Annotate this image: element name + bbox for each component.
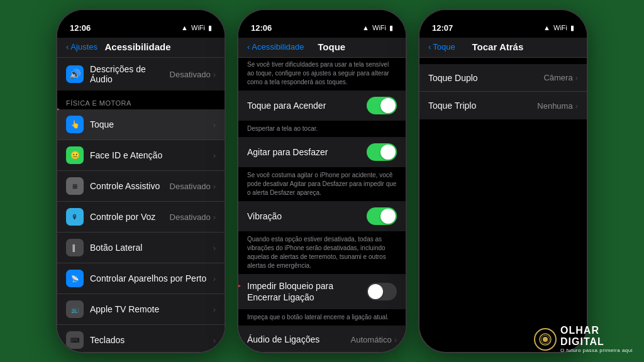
- nav-header-1: ‹ Ajustes Acessibilidade: [57, 38, 225, 58]
- nav-title-1: Acessibilidade: [104, 41, 170, 52]
- agitar-label: Agitar para Desfazer: [247, 147, 367, 157]
- list-item-toque[interactable]: 👆 Toque ›: [57, 109, 225, 140]
- botao-lateral-icon: ▌: [66, 239, 84, 256]
- list-item-faceid[interactable]: 😐 Face ID e Atenção ›: [57, 140, 225, 171]
- botao-lateral-label: Botão Lateral: [90, 243, 213, 253]
- phone-screen-2: 12:06 ▲ WiFi ▮ ‹ Acessibilidade Toque Se…: [238, 10, 406, 352]
- audio-desc-value: Desativado: [170, 70, 211, 79]
- list-group-toque-acender: Toque para Acender: [238, 90, 406, 121]
- vibracao-toggle[interactable]: [367, 207, 397, 225]
- scroll-content-1: 🔊 Descrições de Áudio Desativado › FÍSIC…: [57, 58, 225, 352]
- desc-toque-acender: Despertar a tela ao tocar.: [238, 122, 406, 137]
- nav-back-1[interactable]: ‹ Ajustes: [66, 42, 97, 52]
- apple-tv-icon: 📺: [66, 300, 84, 318]
- list-item-impedir[interactable]: Impedir Bloqueio paraEncerrar Ligação: [238, 274, 406, 309]
- botao-lateral-chevron: ›: [213, 243, 216, 253]
- list-group-audio-desc: 🔊 Descrições de Áudio Desativado ›: [57, 58, 225, 90]
- list-item-agitar[interactable]: Agitar para Desfazer: [238, 137, 406, 167]
- list-item-controle-voz[interactable]: 🎙 Controle por Voz Desativado ›: [57, 202, 225, 233]
- status-time-1: 12:06: [70, 23, 91, 33]
- list-item-audio-ligacoes[interactable]: Áudio de Ligações Automático ›: [238, 326, 406, 352]
- toque-label: Toque: [90, 119, 213, 129]
- phone-screen-3: 12:07 ▲ WiFi ▮ ‹ Toque Tocar Atrás To: [419, 10, 587, 352]
- battery-icon-3: ▮: [570, 24, 574, 32]
- vibracao-label: Vibração: [247, 211, 367, 221]
- controlar-aparelhos-chevron: ›: [213, 274, 216, 283]
- nav-header-2: ‹ Acessibilidade Toque: [238, 38, 406, 58]
- audio-ligacoes-label: Áudio de Ligações: [247, 334, 351, 344]
- controlar-aparelhos-icon: 📡: [66, 270, 84, 287]
- audio-ligacoes-chevron: ›: [394, 335, 397, 344]
- list-item-audio-desc[interactable]: 🔊 Descrições de Áudio Desativado ›: [57, 58, 225, 90]
- toque-duplo-value: Câmera: [543, 73, 572, 82]
- battery-icon-2: ▮: [389, 24, 393, 32]
- apple-tv-chevron: ›: [213, 305, 216, 314]
- list-item-botao-lateral[interactable]: ▌ Botão Lateral ›: [57, 233, 225, 263]
- list-item-controle-assistivo[interactable]: ⊞ Controle Assistivo Desativado ›: [57, 171, 225, 202]
- phone-screen-1: 12:06 ▲ WiFi ▮ ‹ Ajustes Acessibilidade: [57, 10, 225, 352]
- toque-duplo-label: Toque Duplo: [428, 73, 543, 83]
- nav-back-2[interactable]: ‹ Acessibilidade: [247, 42, 304, 52]
- controle-assistivo-value: Desativado: [170, 182, 211, 191]
- phone-frame-3: 12:07 ▲ WiFi ▮ ‹ Toque Tocar Atrás To: [418, 9, 588, 353]
- apple-tv-label: Apple TV Remote: [90, 304, 213, 314]
- list-group-fisica: 👆 Toque › 😐 Face ID e Atenção ›: [57, 109, 225, 352]
- location-icon-3: ▲: [543, 24, 550, 31]
- list-item-vibracao[interactable]: Vibração: [238, 201, 406, 231]
- teclados-label: Teclados: [90, 335, 213, 345]
- controle-voz-value: Desativado: [170, 212, 211, 222]
- controlar-aparelhos-label: Controlar Aparelhos por Perto: [90, 273, 213, 283]
- toque-chevron: ›: [213, 120, 216, 129]
- list-item-toque-duplo[interactable]: Toque Duplo Câmera ›: [419, 64, 587, 92]
- impedir-toggle[interactable]: [367, 283, 397, 300]
- location-icon: ▲: [181, 24, 188, 31]
- wifi-icon-2: WiFi: [372, 24, 386, 31]
- agitar-toggle[interactable]: [367, 143, 397, 161]
- controle-voz-icon: 🎙: [66, 208, 84, 226]
- status-bar-1: 12:06 ▲ WiFi ▮: [57, 10, 225, 38]
- watermark-logo: OLHARDIGITAL O futuro passa primeira aqu…: [534, 325, 633, 353]
- faceid-label: Face ID e Atenção: [90, 150, 213, 160]
- controle-assistivo-label: Controle Assistivo: [90, 181, 170, 191]
- battery-icon: ▮: [208, 24, 212, 32]
- phone-frame-2: 12:06 ▲ WiFi ▮ ‹ Acessibilidade Toque Se…: [237, 9, 407, 353]
- toque-triplo-label: Toque Triplo: [428, 101, 537, 111]
- wifi-icon-3: WiFi: [553, 24, 567, 31]
- nav-back-3[interactable]: ‹ Toque: [428, 42, 455, 52]
- teclados-icon: ⌨: [66, 331, 84, 349]
- arrow-tocar-atras: [237, 280, 240, 292]
- status-icons-3: ▲ WiFi ▮: [543, 24, 574, 32]
- nav-title-3: Tocar Atrás: [472, 41, 524, 52]
- controle-assistivo-icon: ⊞: [66, 177, 84, 195]
- list-item-controlar-aparelhos[interactable]: 📡 Controlar Aparelhos por Perto ›: [57, 263, 225, 294]
- list-item-toque-acender[interactable]: Toque para Acender: [238, 90, 406, 121]
- audio-ligacoes-value: Automático: [351, 335, 392, 344]
- top-desc-text: Se você tiver dificuldades para usar a t…: [238, 58, 406, 90]
- list-item-apple-tv-remote[interactable]: 📺 Apple TV Remote ›: [57, 294, 225, 325]
- toque-icon: 👆: [66, 116, 84, 133]
- tocar-atras-list: Toque Duplo Câmera › Toque Triplo Nenhum…: [419, 64, 587, 119]
- controle-voz-chevron: ›: [213, 212, 216, 222]
- status-icons-1: ▲ WiFi ▮: [181, 24, 212, 32]
- status-bar-2: 12:06 ▲ WiFi ▮: [238, 10, 406, 38]
- watermark-text: OLHARDIGITAL O futuro passa primeira aqu…: [560, 325, 633, 353]
- toque-acender-toggle[interactable]: [367, 97, 397, 114]
- watermark-title: OLHARDIGITAL: [560, 325, 604, 348]
- list-group-audio-ligacoes: Áudio de Ligações Automático ›: [238, 326, 406, 352]
- nav-header-3: ‹ Toque Tocar Atrás: [419, 38, 587, 58]
- list-item-teclados[interactable]: ⌨ Teclados ›: [57, 325, 225, 352]
- list-item-toque-triplo[interactable]: Toque Triplo Nenhuma ›: [419, 92, 587, 119]
- toque-triplo-value: Nenhuma: [537, 101, 572, 111]
- toque-triplo-chevron: ›: [575, 101, 578, 111]
- status-time-2: 12:06: [251, 23, 272, 33]
- arrow-toque: [56, 103, 58, 116]
- phone-frame-1: 12:06 ▲ WiFi ▮ ‹ Ajustes Acessibilidade: [56, 9, 226, 353]
- impedir-label: Impedir Bloqueio paraEncerrar Ligação: [247, 280, 367, 303]
- watermark-subtitle: O futuro passa primeira aqui: [560, 348, 633, 353]
- olhar-digital-icon: [538, 332, 552, 346]
- location-icon-2: ▲: [362, 24, 369, 31]
- list-group-impedir: Impedir Bloqueio paraEncerrar Ligação: [238, 274, 406, 309]
- controle-voz-label: Controle por Voz: [90, 212, 170, 222]
- audio-desc-icon: 🔊: [66, 65, 84, 83]
- scroll-content-3: Toque Duplo Câmera › Toque Triplo Nenhum…: [419, 58, 587, 352]
